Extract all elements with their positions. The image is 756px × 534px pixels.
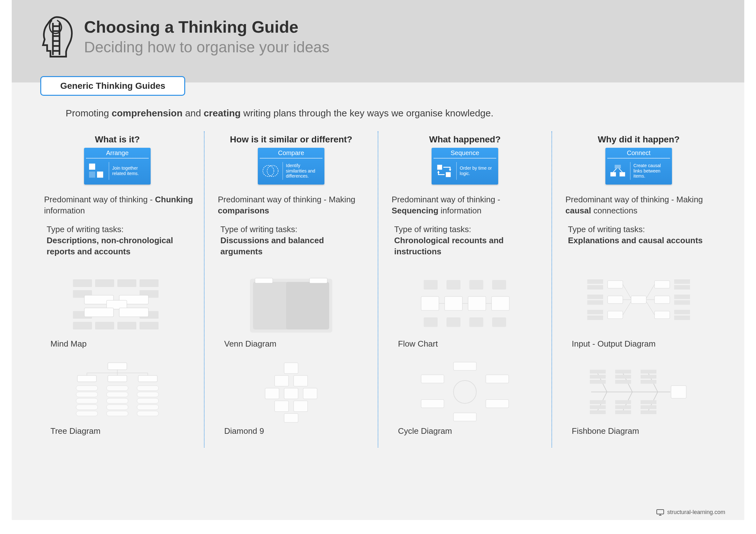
svg-rect-36 [76,411,98,416]
tasks-label: Type of writing tasks: [568,225,715,234]
page-container: Choosing a Thinking Guide Deciding how t… [12,0,744,520]
svg-rect-144 [671,386,686,398]
svg-rect-111 [655,311,670,319]
svg-rect-130 [615,375,631,379]
verb-card-sequence: Sequence Order by time or logic. [432,148,498,185]
footer-site: structural-learning.com [667,509,725,516]
svg-rect-89 [610,172,616,176]
svg-rect-99 [587,315,603,320]
svg-line-116 [646,284,655,298]
svg-rect-67 [424,280,438,289]
svg-rect-31 [138,375,157,382]
svg-rect-98 [587,310,603,314]
svg-rect-127 [590,375,606,379]
svg-rect-20 [95,322,114,330]
svg-rect-35 [76,405,98,410]
svg-rect-54 [284,363,298,374]
svg-rect-136 [590,405,606,409]
svg-rect-11 [73,280,92,287]
thumb-mind-map [64,273,171,336]
svg-rect-91 [614,165,621,169]
tasks-text: Discussions and balanced arguments [220,235,367,260]
thumb-tree-diagram [64,360,171,424]
svg-rect-59 [303,388,317,399]
svg-rect-109 [655,280,670,288]
thinking-line: Predominant way of thinking - Making com… [218,194,367,216]
svg-rect-57 [265,388,279,399]
svg-rect-42 [137,386,159,391]
intro-post: writing plans through the key ways we or… [241,108,494,118]
svg-rect-69 [469,280,483,289]
svg-rect-141 [640,400,657,404]
svg-rect-40 [107,405,128,410]
svg-rect-33 [76,392,98,397]
column-connect: Why did it happen? Connect Create causal… [552,131,725,447]
page-title: Choosing a Thinking Guide [84,17,330,37]
svg-rect-101 [674,285,690,289]
thumb-flow-chart [411,273,519,336]
svg-rect-29 [77,375,96,382]
thumb-label-diamond9: Diamond 9 [224,426,367,436]
svg-rect-51 [286,282,329,330]
card-body: Create causal links between items. [606,159,672,185]
svg-rect-32 [76,386,98,391]
svg-rect-53 [310,278,327,283]
think-post: connections [591,206,637,215]
svg-rect-104 [674,310,690,314]
think-bold: causal [565,206,591,215]
svg-rect-28 [108,363,127,370]
thumb-diamond9 [237,360,345,424]
column-arrange: What is it? Arrange Join together relate… [31,131,204,447]
svg-rect-100 [674,280,690,284]
svg-rect-88 [421,375,444,383]
svg-rect-10 [89,172,95,177]
column-sequence: What happened? Sequence Order by time or… [378,131,552,447]
thumb-label-mind-map: Mind Map [50,339,194,349]
svg-rect-41 [107,411,128,416]
svg-rect-74 [492,317,506,327]
thinking-line: Predominant way of thinking - Sequencing… [392,194,541,216]
svg-rect-45 [137,405,159,410]
svg-rect-8 [89,164,95,170]
svg-rect-62 [284,414,298,422]
verb-card-text: Join together related items. [112,166,148,176]
svg-line-115 [623,302,631,315]
svg-rect-126 [590,370,606,374]
verb-card-text: Identify similarities and differences. [286,163,321,179]
svg-rect-75 [421,297,439,310]
page-subtitle: Deciding how to organise your ideas [84,39,330,56]
think-post: information [44,206,85,215]
svg-rect-26 [84,308,114,317]
svg-rect-63 [437,165,442,170]
verb-card-arrange: Arrange Join together related items. [84,148,150,185]
svg-rect-90 [620,172,625,176]
intro-pre: Promoting [66,108,112,118]
think-pre: Predominant way of thinking - Making [565,195,703,204]
tasks-label: Type of writing tasks: [394,225,541,234]
svg-rect-43 [137,392,159,397]
svg-rect-133 [640,375,657,379]
card-body: Join together related items. [84,159,150,185]
thinking-line: Predominant way of thinking - Chunking i… [44,194,194,216]
svg-rect-105 [674,315,690,320]
svg-rect-102 [674,295,690,299]
intro-b1: comprehension [112,108,182,118]
card-separator [456,162,457,180]
svg-rect-140 [615,410,631,414]
question-heading: What happened? [389,134,541,145]
svg-rect-52 [255,278,273,283]
svg-rect-137 [590,410,606,414]
svg-rect-84 [486,375,509,383]
svg-rect-106 [608,280,623,288]
question-heading: What is it? [41,134,194,145]
thumb-label-fishbone: Fishbone Diagram [572,426,715,436]
svg-rect-72 [446,317,460,327]
thumb-label-flow-chart: Flow Chart [398,339,541,349]
intro-sentence: Promoting comprehension and creating wri… [66,108,744,119]
svg-rect-13 [117,280,136,287]
svg-line-92 [613,168,617,172]
svg-rect-110 [655,296,670,304]
thumb-label-io-diagram: Input - Output Diagram [572,339,715,349]
svg-rect-22 [140,322,159,330]
svg-rect-19 [73,322,92,330]
